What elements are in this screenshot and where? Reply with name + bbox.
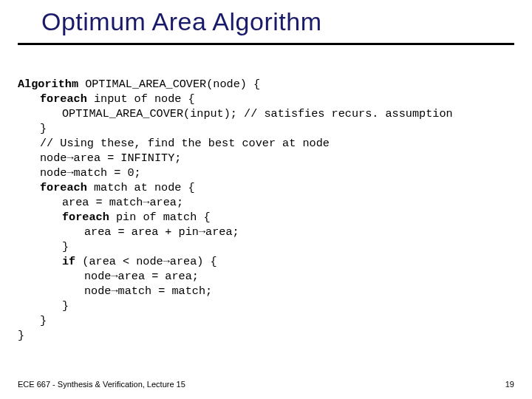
slide: Optimum Area Algorithm Algorithm OPTIMAL…	[0, 0, 532, 399]
code-l2b: input of node {	[87, 92, 195, 106]
code-line-18: }	[18, 329, 24, 342]
code-l13b: (area < node→area) {	[75, 255, 216, 268]
code-line-2: foreach input of node {	[40, 92, 195, 106]
footer-page-number: 19	[505, 380, 514, 389]
code-line-14: node→area = area;	[84, 269, 199, 284]
code-line-10: foreach pin of match {	[62, 210, 211, 225]
kw-foreach-2: foreach	[40, 181, 87, 194]
code-line-15: node→match = match;	[84, 284, 212, 299]
code-line-17: }	[40, 313, 47, 328]
code-line-6: node→area = INFINITY;	[40, 151, 181, 166]
code-line-13: if (area < node→area) {	[62, 254, 217, 269]
code-line-1: Algorithm OPTIMAL_AREA_COVER(node) {	[18, 78, 260, 91]
slide-title: Optimum Area Algorithm	[41, 7, 321, 36]
code-line-4: }	[40, 121, 47, 136]
code-line-8: foreach match at node {	[40, 180, 195, 195]
kw-foreach-1: foreach	[40, 92, 87, 106]
code-line-11: area = area + pin→area;	[84, 225, 239, 239]
code-l1b: OPTIMAL_AREA_COVER(node) {	[78, 78, 260, 91]
code-line-3: OPTIMAL_AREA_COVER(input); // satisfies …	[62, 106, 453, 121]
code-line-7: node→match = 0;	[40, 166, 141, 180]
kw-if: if	[62, 255, 75, 268]
code-line-12: }	[62, 239, 69, 254]
code-l8b: match at node {	[87, 181, 195, 194]
code-line-5: // Using these, find the best cover at n…	[40, 136, 330, 151]
code-l10b: pin of match {	[109, 211, 211, 224]
code-line-9: area = match→area;	[62, 195, 183, 210]
kw-foreach-3: foreach	[62, 211, 109, 224]
kw-algorithm: Algorithm	[18, 78, 78, 91]
footer-left: ECE 667 - Synthesis & Verification, Lect…	[18, 380, 185, 389]
title-underline	[18, 43, 514, 45]
code-line-16: }	[62, 299, 69, 313]
code-block: Algorithm OPTIMAL_AREA_COVER(node) { for…	[18, 62, 520, 358]
